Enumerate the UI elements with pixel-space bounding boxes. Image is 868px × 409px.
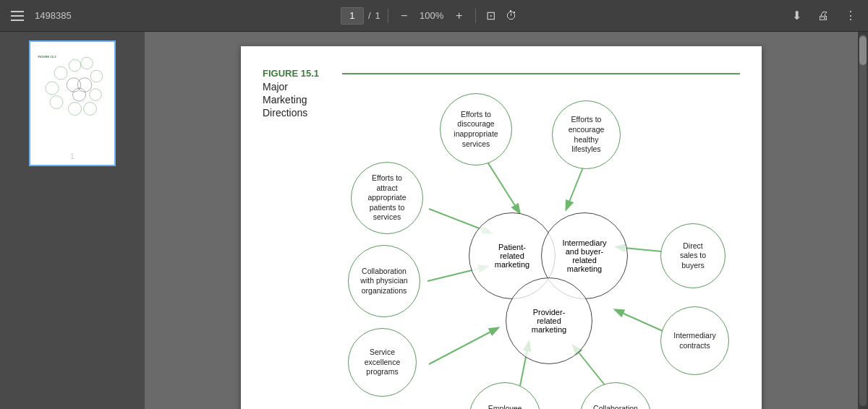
svg-point-1 xyxy=(81,57,93,69)
print-button[interactable]: 🖨 xyxy=(814,7,832,25)
node-attract: Efforts to attract appropriate patients … xyxy=(351,162,423,234)
zoom-out-button[interactable]: − xyxy=(396,7,413,25)
page-thumbnail[interactable]: FIGURE 15.1 1 xyxy=(29,40,116,166)
scroll-track[interactable] xyxy=(859,35,867,406)
thumbnail-image: FIGURE 15.1 xyxy=(35,46,113,147)
svg-line-19 xyxy=(616,310,669,334)
node-service-excellence: Service excellence programs xyxy=(348,328,417,397)
svg-point-5 xyxy=(77,78,92,92)
node-provider-related: Provider- related marketing xyxy=(506,277,592,364)
main-area: FIGURE 15.1 1 FIGURE 15.1 Major Marketin… xyxy=(0,32,868,409)
scrollbar[interactable] xyxy=(858,32,868,409)
node-encourage: Efforts to encourage healthy lifestyles xyxy=(552,100,621,169)
svg-point-4 xyxy=(67,78,81,92)
svg-point-0 xyxy=(69,59,81,72)
node-discourage: Efforts to discourage inappropriate serv… xyxy=(440,93,512,165)
svg-point-11 xyxy=(84,103,97,116)
fit-page-button[interactable]: ⊡ xyxy=(483,6,498,25)
document-page: FIGURE 15.1 Major Marketing Directions xyxy=(241,46,762,409)
diagram: Efforts to discourage inappropriate serv… xyxy=(335,68,740,409)
svg-point-8 xyxy=(90,89,102,101)
separator xyxy=(388,9,388,23)
sidebar: FIGURE 15.1 1 xyxy=(0,32,145,409)
thumbnail-page-number: 1 xyxy=(35,152,110,160)
node-employee: Employee recruitment and retention xyxy=(469,382,541,409)
svg-point-3 xyxy=(46,82,59,95)
page-separator: / xyxy=(368,10,371,21)
svg-point-10 xyxy=(69,103,82,116)
hamburger-icon xyxy=(11,11,24,21)
more-button[interactable]: ⋮ xyxy=(842,6,859,25)
node-direct-sales: Direct sales to buyers xyxy=(660,223,726,288)
toolbar-right: ⬇ 🖨 ⋮ xyxy=(789,6,859,25)
figure-title: FIGURE 15.1 xyxy=(263,68,320,79)
scroll-thumb[interactable] xyxy=(859,36,867,65)
zoom-in-button[interactable]: + xyxy=(451,7,468,25)
toolbar-center: / 1 − 100% + ⊡ ⏱ xyxy=(341,6,520,25)
menu-button[interactable] xyxy=(9,7,26,25)
document-area[interactable]: FIGURE 15.1 Major Marketing Directions xyxy=(145,32,858,409)
node-physician: Collaboration with physician organizatio… xyxy=(348,245,420,317)
figure-subtitle: Major Marketing Directions xyxy=(263,80,320,120)
toolbar: 1498385 / 1 − 100% + ⊡ ⏱ ⬇ 🖨 ⋮ xyxy=(0,0,868,32)
svg-text:FIGURE 15.1: FIGURE 15.1 xyxy=(38,55,57,59)
node-intermediary-contracts: Intermediary contracts xyxy=(660,306,729,375)
svg-point-6 xyxy=(73,88,86,101)
toolbar-left: 1498385 xyxy=(9,7,72,25)
separator2 xyxy=(475,9,476,23)
svg-point-2 xyxy=(54,66,67,79)
node-other-providers: Collaboration with other providers xyxy=(579,382,652,409)
download-button[interactable]: ⬇ xyxy=(789,6,804,25)
page-total: 1 xyxy=(375,10,380,21)
svg-point-7 xyxy=(90,70,103,82)
svg-point-9 xyxy=(50,96,63,109)
svg-line-20 xyxy=(429,328,498,364)
document-title: 1498385 xyxy=(35,10,72,21)
zoom-level: 100% xyxy=(417,10,446,21)
page-input[interactable] xyxy=(341,7,364,25)
history-button[interactable]: ⏱ xyxy=(503,7,520,25)
